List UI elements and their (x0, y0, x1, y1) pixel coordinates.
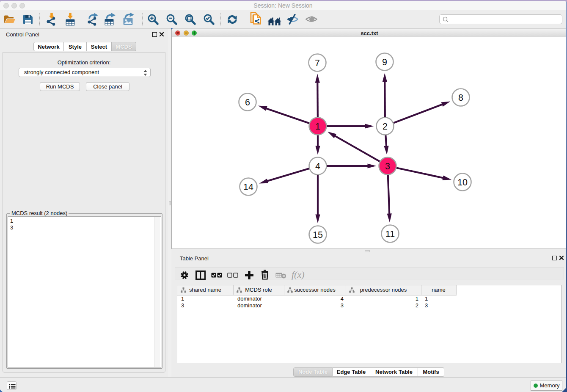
svg-text:6: 6 (245, 97, 250, 108)
svg-text:1: 1 (315, 121, 320, 132)
svg-text:2: 2 (383, 121, 388, 132)
svg-text:8: 8 (458, 93, 463, 103)
svg-text:14: 14 (243, 182, 253, 192)
svg-text:15: 15 (313, 230, 323, 240)
svg-text:11: 11 (385, 229, 395, 239)
svg-text:3: 3 (385, 161, 390, 171)
svg-text:7: 7 (315, 58, 320, 68)
svg-text:4: 4 (315, 161, 320, 171)
svg-text:10: 10 (457, 177, 468, 188)
svg-text:9: 9 (382, 57, 387, 67)
